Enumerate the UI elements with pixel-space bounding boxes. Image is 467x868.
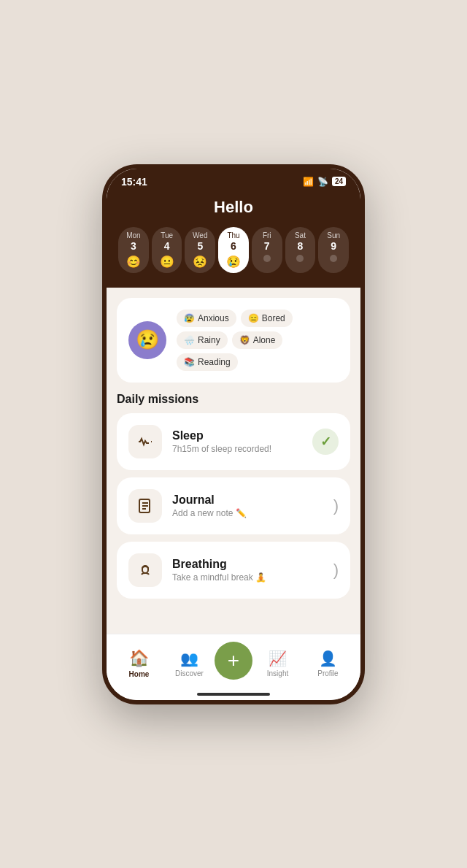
day-dot — [330, 255, 337, 262]
breathing-icon — [128, 553, 162, 587]
day-dot — [263, 255, 271, 262]
tag-emoji: 😑 — [248, 313, 259, 323]
journal-arrow: ) — [333, 496, 339, 515]
home-indicator — [197, 693, 270, 696]
day-mood-emoji: 😊 — [126, 255, 141, 269]
day-label: Sun — [327, 231, 340, 239]
status-icons: 📶 📡 24 — [303, 177, 346, 187]
mission-card-sleep[interactable]: Sleep7h15m of sleep recorded!✓ — [117, 413, 350, 470]
days-row: Mon3😊Tue4😐Wed5😣Thu6😢Fri7Sat8Sun9 — [118, 227, 349, 273]
day-number: 7 — [264, 240, 270, 252]
day-label: Fri — [263, 231, 271, 239]
day-mood-emoji: 😣 — [193, 255, 207, 269]
mood-avatar: 😢 — [128, 321, 166, 359]
home-label: Home — [129, 670, 150, 678]
day-pill-mon[interactable]: Mon3😊 — [118, 227, 149, 273]
tag-emoji: 🦁 — [239, 335, 250, 345]
signal-icon: 📶 — [303, 177, 314, 187]
mood-tag-anxious[interactable]: 😰Anxious — [177, 310, 236, 327]
breathing-text: BreathingTake a mindful break 🧘 — [172, 558, 323, 583]
tag-emoji: 😰 — [184, 313, 195, 323]
discover-label: Discover — [175, 669, 204, 677]
tag-label: Rainy — [198, 335, 220, 345]
nav-profile[interactable]: 👤 Profile — [303, 650, 353, 677]
day-number: 6 — [231, 240, 236, 252]
sleep-text: Sleep7h15m of sleep recorded! — [172, 429, 302, 454]
day-number: 9 — [331, 240, 336, 252]
mood-tag-bored[interactable]: 😑Bored — [241, 310, 293, 327]
day-dot — [296, 255, 304, 262]
breathing-subtitle: Take a mindful break 🧘 — [172, 572, 323, 583]
day-pill-fri[interactable]: Fri7 — [252, 227, 282, 273]
mood-tag-rainy[interactable]: 🌧️Rainy — [177, 331, 228, 349]
discover-icon: 👥 — [180, 650, 198, 667]
journal-icon — [128, 489, 162, 523]
sleep-title: Sleep — [172, 429, 302, 442]
sleep-check: ✓ — [312, 429, 339, 455]
nav-insight[interactable]: 📈 Insight — [252, 650, 303, 677]
status-bar: 15:41 📶 📡 24 — [107, 169, 360, 192]
page-title: Hello — [118, 198, 349, 217]
mood-card[interactable]: 😢 😰Anxious😑Bored🌧️Rainy🦁Alone📚Reading — [117, 298, 350, 383]
journal-subtitle: Add a new note ✏️ — [172, 508, 323, 518]
tag-emoji: 📚 — [184, 357, 195, 367]
day-label: Tue — [161, 231, 173, 239]
journal-title: Journal — [172, 493, 323, 507]
day-label: Mon — [126, 231, 140, 239]
sleep-subtitle: 7h15m of sleep recorded! — [172, 444, 302, 454]
missions-list: Sleep7h15m of sleep recorded!✓JournalAdd… — [117, 413, 350, 599]
day-label: Sat — [295, 231, 306, 239]
header: Hello Mon3😊Tue4😐Wed5😣Thu6😢Fri7Sat8Sun9 — [107, 192, 360, 288]
mood-tags: 😰Anxious😑Bored🌧️Rainy🦁Alone📚Reading — [177, 310, 339, 371]
mood-tag-reading[interactable]: 📚Reading — [177, 353, 238, 371]
journal-text: JournalAdd a new note ✏️ — [172, 493, 323, 518]
tag-label: Anxious — [198, 313, 229, 323]
tag-label: Alone — [253, 335, 276, 345]
status-time: 15:41 — [121, 176, 147, 188]
tag-label: Bored — [262, 313, 285, 323]
day-pill-sat[interactable]: Sat8 — [285, 227, 316, 273]
day-pill-thu[interactable]: Thu6😢 — [218, 227, 249, 273]
day-label: Wed — [193, 231, 207, 239]
bottom-nav: 🏠 Home 👥 Discover + 📈 Insight 👤 Profile — [107, 634, 360, 700]
battery-badge: 24 — [332, 177, 346, 186]
wifi-icon: 📡 — [317, 177, 328, 187]
day-pill-wed[interactable]: Wed5😣 — [185, 227, 215, 273]
mood-tag-alone[interactable]: 🦁Alone — [232, 331, 283, 349]
day-number: 3 — [131, 240, 136, 252]
tag-emoji: 🌧️ — [184, 335, 195, 345]
add-button[interactable]: + — [215, 642, 252, 680]
day-number: 8 — [298, 240, 304, 252]
day-pill-sun[interactable]: Sun9 — [318, 227, 349, 273]
phone-shell: 15:41 📶 📡 24 Hello Mon3😊Tue4😐Wed5😣Thu6😢F… — [102, 164, 365, 704]
day-mood-emoji: 😐 — [160, 255, 174, 269]
home-icon: 🏠 — [129, 649, 149, 668]
nav-home[interactable]: 🏠 Home — [114, 649, 164, 678]
breathing-arrow: ) — [333, 561, 339, 580]
day-number: 4 — [164, 240, 170, 252]
breathing-title: Breathing — [172, 558, 323, 571]
sleep-icon — [128, 425, 162, 458]
day-number: 5 — [197, 240, 203, 252]
main-content: 😢 😰Anxious😑Bored🌧️Rainy🦁Alone📚Reading Da… — [107, 288, 360, 673]
insight-icon: 📈 — [269, 650, 287, 667]
mission-card-journal[interactable]: JournalAdd a new note ✏️) — [117, 477, 350, 534]
tag-label: Reading — [198, 357, 231, 367]
day-label: Thu — [227, 231, 239, 239]
day-mood-emoji: 😢 — [226, 255, 241, 269]
daily-missions-title: Daily missions — [117, 393, 350, 406]
profile-label: Profile — [317, 669, 338, 677]
mission-card-breathing[interactable]: BreathingTake a mindful break 🧘) — [117, 542, 350, 599]
insight-label: Insight — [267, 669, 288, 677]
nav-add[interactable]: + — [215, 642, 252, 685]
profile-icon: 👤 — [319, 650, 337, 667]
day-pill-tue[interactable]: Tue4😐 — [152, 227, 182, 273]
nav-discover[interactable]: 👥 Discover — [164, 650, 215, 677]
